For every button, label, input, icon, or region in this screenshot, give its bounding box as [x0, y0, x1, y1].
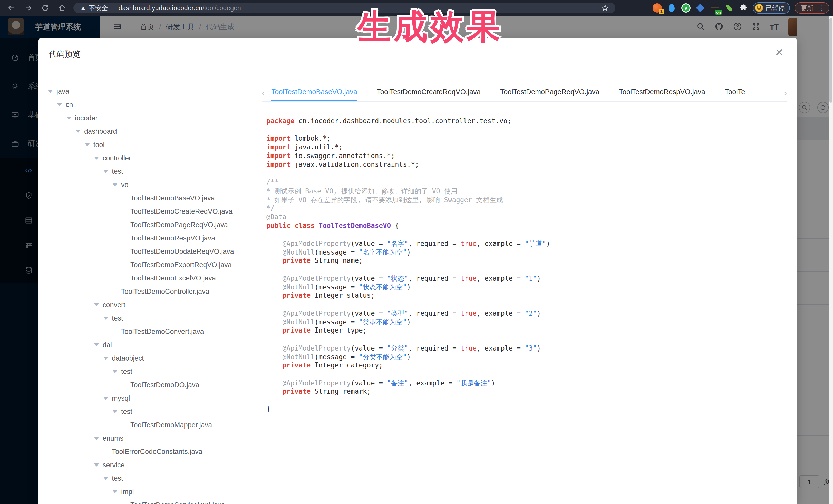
- tree-caret-icon[interactable]: [103, 397, 108, 400]
- file-tab[interactable]: ToolTestDemoCreateReqVO.java: [377, 85, 481, 101]
- tree-node[interactable]: controller: [48, 151, 251, 165]
- tree-node[interactable]: service: [48, 458, 251, 472]
- file-tab[interactable]: ToolTestDemoRespVO.java: [619, 85, 705, 101]
- profile-paused-chip[interactable]: 已暂停: [753, 2, 790, 14]
- tree-node[interactable]: dataobject: [48, 352, 251, 365]
- tree-node[interactable]: ToolErrorCodeConstants.java: [48, 445, 251, 458]
- tree-node[interactable]: ToolTestDemoServiceImpl.java: [48, 498, 251, 504]
- tree-caret-icon[interactable]: [85, 143, 90, 146]
- update-label: 更新: [801, 4, 813, 12]
- code-line: * 测试示例 Base VO, 提供给添加、修改、详细的子 VO 使用: [266, 187, 787, 195]
- tree-node[interactable]: ToolTestDemoExportReqVO.java: [48, 258, 251, 271]
- code-line: /**: [266, 178, 787, 187]
- code-line: @NotNull(message = "类型不能为空"): [266, 318, 787, 327]
- star-icon[interactable]: [601, 4, 609, 11]
- orange-extension-icon[interactable]: 1: [652, 3, 662, 13]
- tree-node[interactable]: enums: [48, 432, 251, 445]
- code-line: @ApiModelProperty(value = "类型", required…: [266, 309, 787, 318]
- tree-node[interactable]: ToolTestDemoExcelVO.java: [48, 271, 251, 285]
- tree-node[interactable]: test: [48, 165, 251, 178]
- tree-node[interactable]: impl: [48, 485, 251, 498]
- file-tab[interactable]: ToolTestDemoBaseVO.java: [271, 85, 357, 101]
- tree-node[interactable]: test: [48, 472, 251, 485]
- tree-caret-icon[interactable]: [66, 117, 71, 120]
- tree-caret-icon[interactable]: [94, 303, 99, 306]
- chevron-left-icon[interactable]: ‹: [262, 88, 265, 98]
- tree-node[interactable]: ToolTestDemoConvert.java: [48, 325, 251, 338]
- tree-file-label: ToolTestDemoController.java: [121, 288, 209, 296]
- code-line: [266, 231, 787, 239]
- code-viewer[interactable]: package cn.iocoder.dashboard.modules.too…: [266, 117, 787, 494]
- tree-node[interactable]: ToolTestDemoController.java: [48, 285, 251, 298]
- tree-caret-icon[interactable]: [103, 357, 108, 360]
- code-line: [266, 370, 787, 379]
- tree-file-label: ToolTestDemoBaseVO.java: [130, 194, 215, 202]
- tree-node[interactable]: dashboard: [48, 125, 251, 138]
- tree-node[interactable]: ToolTestDemoUpdateReqVO.java: [48, 245, 251, 258]
- warning-icon[interactable]: ▲: [80, 4, 86, 11]
- tree-node[interactable]: iocoder: [48, 111, 251, 125]
- tree-node[interactable]: java: [48, 85, 251, 98]
- code-line: private Integer status;: [266, 291, 787, 300]
- tree-caret-icon[interactable]: [94, 343, 99, 346]
- extension-badge: 1: [659, 9, 664, 14]
- tree-caret-icon[interactable]: [103, 477, 108, 480]
- tree-node[interactable]: ToolTestDemoMapper.java: [48, 418, 251, 432]
- tree-node[interactable]: test: [48, 405, 251, 418]
- tree-node[interactable]: ToolTestDemoPageReqVO.java: [48, 218, 251, 232]
- blue-drop-extension-icon[interactable]: [666, 3, 677, 13]
- tree-node[interactable]: mysql: [48, 391, 251, 405]
- address-bar[interactable]: ▲ 不安全 dashboard.yudao.iocoder.cn /tool/c…: [73, 3, 615, 13]
- tree-node[interactable]: vo: [48, 178, 251, 191]
- puzzle-extensions-icon[interactable]: [738, 3, 748, 13]
- file-tab[interactable]: ToolTestDemoPageReqVO.java: [500, 85, 599, 101]
- green-circle-extension-icon[interactable]: v: [681, 3, 691, 13]
- forward-icon[interactable]: [23, 2, 34, 14]
- emoji-avatar: [755, 4, 763, 12]
- tree-node[interactable]: dal: [48, 338, 251, 352]
- page-scrollbar[interactable]: [829, 16, 833, 504]
- tree-caret-icon[interactable]: [112, 410, 118, 413]
- code-line: import lombok.*;: [266, 135, 787, 143]
- scrollbar-thumb[interactable]: [829, 18, 832, 103]
- tree-node[interactable]: cn: [48, 98, 251, 111]
- update-button[interactable]: 更新 ⋮: [794, 2, 829, 14]
- tree-caret-icon[interactable]: [103, 317, 108, 320]
- tree-node[interactable]: test: [48, 365, 251, 378]
- tree-caret-icon[interactable]: [94, 157, 99, 160]
- tree-caret-icon[interactable]: [112, 490, 118, 493]
- back-icon[interactable]: [6, 2, 17, 14]
- tree-caret-icon[interactable]: [112, 183, 118, 186]
- file-tab[interactable]: ToolTe: [725, 85, 745, 101]
- code-line: import javax.validation.constraints.*;: [266, 161, 787, 169]
- tree-node[interactable]: ToolTestDemoBaseVO.java: [48, 191, 251, 205]
- tree-folder-label: iocoder: [75, 114, 98, 122]
- chevron-right-icon[interactable]: ›: [784, 88, 787, 98]
- close-icon[interactable]: ✕: [775, 47, 783, 57]
- green-leaf-extension-icon[interactable]: [724, 3, 734, 13]
- tree-caret-icon[interactable]: [75, 130, 80, 133]
- tree-caret-icon[interactable]: [57, 103, 62, 106]
- tree-node[interactable]: ToolTestDemoCreateReqVO.java: [48, 205, 251, 218]
- reload-icon[interactable]: [40, 2, 51, 14]
- tree-node[interactable]: ToolTestDemoRespVO.java: [48, 232, 251, 245]
- tree-node[interactable]: convert: [48, 298, 251, 312]
- code-line: @NotNull(message = "状态不能为空"): [266, 283, 787, 291]
- dark-list-extension-icon[interactable]: on: [710, 3, 720, 13]
- code-line: @ApiModelProperty(value = "分类", required…: [266, 344, 787, 353]
- tree-caret-icon[interactable]: [103, 170, 108, 173]
- tree-caret-icon[interactable]: [94, 437, 99, 440]
- tree-caret-icon[interactable]: [112, 370, 118, 373]
- tree-node[interactable]: tool: [48, 138, 251, 151]
- code-preview-modal: 代码预览 ✕ javacniocoderdashboardtoolcontrol…: [39, 38, 797, 504]
- tree-node[interactable]: test: [48, 312, 251, 325]
- tree-caret-icon[interactable]: [94, 463, 99, 466]
- home-icon[interactable]: [56, 2, 68, 14]
- security-label: 不安全: [89, 4, 108, 12]
- kebab-menu-icon[interactable]: ⋮: [818, 6, 825, 10]
- tree-file-label: ToolTestDemoExcelVO.java: [130, 274, 216, 282]
- tree-caret-icon[interactable]: [48, 90, 53, 93]
- tree-folder-label: test: [112, 314, 123, 322]
- blue-diamond-extension-icon[interactable]: [695, 3, 706, 13]
- tree-node[interactable]: ToolTestDemoDO.java: [48, 378, 251, 391]
